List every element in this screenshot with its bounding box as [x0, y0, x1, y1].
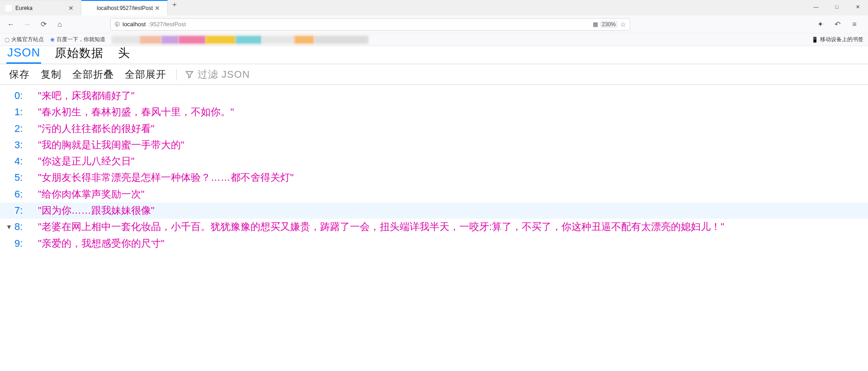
json-key: 6: [14, 186, 38, 202]
undo-icon: ↶ [835, 20, 840, 28]
bookmark-item[interactable]: ▢火狐官方站点 [5, 36, 44, 43]
bookmark-item[interactable]: ❀百度一下，你就知道 [50, 36, 105, 43]
json-key: 2: [14, 121, 38, 137]
arrow-right-icon: → [24, 20, 31, 28]
json-viewer-tab[interactable]: JSON [6, 45, 41, 64]
nav-home-button[interactable]: ⌂ [53, 18, 66, 31]
pocket-icon: ✦ [817, 20, 823, 28]
json-viewer-body: ▼0:"来吧，床我都铺好了"▼1:"春水初生，春林初盛，春风十里，不如你。"▼2… [0, 85, 868, 252]
app-menu-button[interactable]: ≡ [848, 18, 861, 31]
json-value: "亲爱的，我想感受你的尺寸" [38, 235, 172, 252]
json-value: "因为你……跟我妹妹很像" [38, 202, 162, 219]
json-key: 8: [14, 219, 38, 235]
bookmark-label: 百度一下，你就知道 [57, 36, 105, 43]
mobile-icon: 📱 [811, 37, 818, 43]
json-value: "我的胸就是让我闺蜜一手带大的" [38, 137, 192, 153]
json-key: 0: [14, 88, 38, 104]
bookmark-favicon: ▢ [5, 37, 9, 43]
json-row[interactable]: ▼1:"春水初生，春林初盛，春风十里，不如你。" [0, 104, 868, 120]
json-row[interactable]: ▼2:"污的人往往都长的很好看" [0, 121, 868, 137]
mobile-bookmarks-button[interactable]: 📱 移动设备上的书签 [811, 36, 863, 43]
json-row[interactable]: ▼4:"你这是正儿八经欠日" [0, 153, 868, 169]
json-filter[interactable] [185, 69, 297, 80]
tab-title: localhost:9527/testPost [97, 5, 153, 11]
favicon [5, 5, 12, 11]
pocket-button[interactable]: ✦ [814, 18, 826, 31]
json-row[interactable]: ▼3:"我的胸就是让我闺蜜一手带大的" [0, 137, 868, 153]
favicon [87, 5, 93, 11]
json-key: 5: [14, 169, 38, 186]
json-key: 7: [14, 202, 38, 219]
json-save-button[interactable]: 保存 [7, 67, 32, 82]
nav-reload-button[interactable]: ⟳ [37, 18, 50, 31]
minimize-icon: — [814, 4, 819, 9]
funnel-icon [185, 70, 194, 79]
nav-forward-button[interactable]: → [21, 18, 33, 31]
new-tab-button[interactable]: ＋ [168, 0, 181, 9]
plus-icon: ＋ [171, 0, 178, 9]
window-minimize-button[interactable]: — [806, 0, 826, 14]
json-value: "老婆在网上相中一套化妆品，小千百。犹犹豫豫的想买又嫌贵，踌躇了一会，扭头端详我… [38, 219, 731, 235]
json-filter-input[interactable] [198, 69, 297, 80]
window-maximize-button[interactable]: □ [826, 0, 847, 14]
json-viewer-tabs: JSON原始数据头 [0, 46, 868, 64]
bookmark-favicon: ❀ [50, 37, 55, 43]
tab-title: Eureka [15, 5, 66, 11]
zoom-level[interactable]: 230% [600, 21, 618, 28]
json-key: 4: [14, 153, 38, 169]
site-info-icon[interactable]: 🛈 [114, 21, 120, 28]
json-value: "女朋友长得非常漂亮是怎样一种体验？……都不舍得关灯" [38, 169, 301, 186]
bookmarks-blurred-group [112, 36, 368, 44]
maximize-icon: □ [835, 4, 839, 9]
json-value: "春水初生，春林初盛，春风十里，不如你。" [38, 104, 241, 120]
json-value: "来吧，床我都铺好了" [38, 88, 142, 104]
url-path: :9527/testPost [148, 21, 186, 28]
json-value: "你这是正儿八经欠日" [38, 153, 142, 169]
tabstrip: Eureka✕localhost:9527/testPost✕ [0, 0, 168, 15]
hamburger-icon: ≡ [852, 20, 856, 28]
url-host: localhost [123, 21, 146, 28]
json-viewer-toolbar: 保存 复制 全部折叠 全部展开 [0, 64, 868, 85]
bookmark-label: 火狐官方站点 [11, 36, 44, 43]
json-viewer-tab[interactable]: 头 [117, 44, 131, 64]
reload-icon: ⟳ [41, 20, 47, 28]
close-icon: ✕ [856, 4, 860, 10]
arrow-left-icon: ← [7, 20, 14, 28]
tab-close-icon[interactable]: ✕ [66, 5, 75, 12]
url-bar[interactable]: 🛈 localhost:9527/testPost ▦ 230% ☆ [110, 18, 630, 31]
json-row[interactable]: ▼5:"女朋友长得非常漂亮是怎样一种体验？……都不舍得关灯" [0, 169, 868, 186]
separator [176, 69, 177, 80]
json-viewer-tab[interactable]: 原始数据 [54, 44, 104, 64]
titlebar: Eureka✕localhost:9527/testPost✕ ＋ — □ ✕ [0, 0, 868, 15]
json-row[interactable]: ▼8:"老婆在网上相中一套化妆品，小千百。犹犹豫豫的想买又嫌贵，踌躇了一会，扭头… [0, 219, 868, 235]
browser-tab[interactable]: Eureka✕ [0, 0, 81, 15]
twisty-icon[interactable]: ▼ [4, 219, 14, 232]
json-row[interactable]: ▼9:"亲爱的，我想感受你的尺寸" [0, 235, 868, 252]
nav-toolbar: ← → ⟳ ⌂ 🛈 localhost:9527/testPost ▦ 230%… [0, 15, 868, 33]
qr-icon[interactable]: ▦ [593, 21, 597, 28]
json-key: 1: [14, 104, 38, 120]
json-expand-all-button[interactable]: 全部展开 [123, 67, 168, 82]
json-key: 9: [14, 235, 38, 252]
json-row[interactable]: ▼0:"来吧，床我都铺好了" [0, 88, 868, 104]
json-row[interactable]: ▼6:"给你肉体掌声奖励一次" [0, 186, 868, 202]
nav-back-button[interactable]: ← [5, 18, 17, 31]
json-collapse-all-button[interactable]: 全部折叠 [71, 67, 116, 82]
tab-close-icon[interactable]: ✕ [153, 5, 162, 12]
window-close-button[interactable]: ✕ [847, 0, 868, 14]
browser-tab[interactable]: localhost:9527/testPost✕ [81, 0, 168, 15]
json-value: "污的人往往都长的很好看" [38, 121, 162, 137]
json-copy-button[interactable]: 复制 [39, 67, 63, 82]
json-key: 3: [14, 137, 38, 153]
json-row[interactable]: ▼7:"因为你……跟我妹妹很像" [0, 202, 868, 219]
bookmark-star-icon[interactable]: ☆ [620, 21, 626, 28]
library-button[interactable]: ↶ [831, 18, 844, 31]
mobile-bookmarks-label: 移动设备上的书签 [820, 36, 863, 43]
json-value: "给你肉体掌声奖励一次" [38, 186, 152, 202]
home-icon: ⌂ [57, 20, 62, 28]
